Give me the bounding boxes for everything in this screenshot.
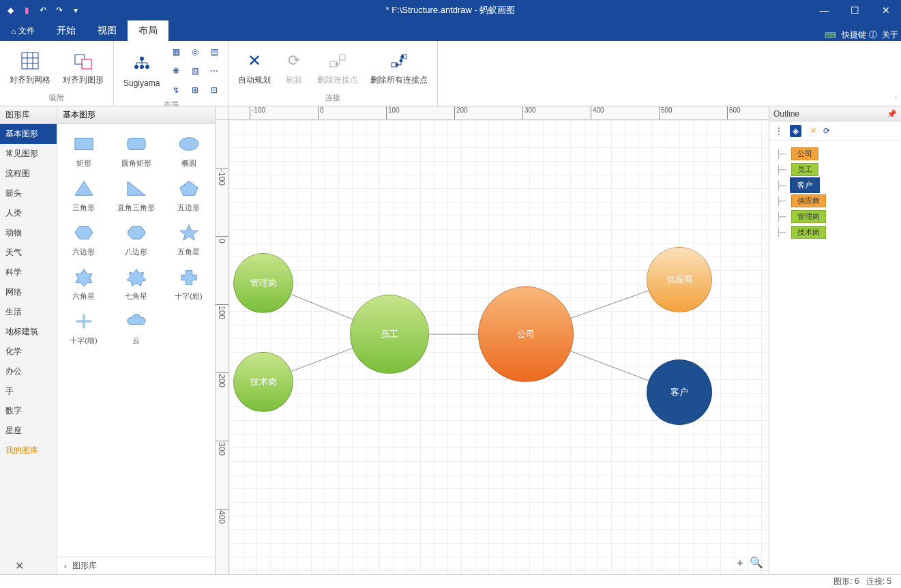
quick-access-toolbar: ◆ ▮ ↶ ↷ ▾ — [0, 4, 82, 16]
outline-item[interactable]: ├─公司 — [776, 147, 901, 160]
category-item[interactable]: 动物 — [0, 223, 57, 243]
category-item[interactable]: 手 — [0, 381, 57, 401]
category-item[interactable]: 科学 — [0, 263, 57, 282]
refresh-outline-icon[interactable]: ⟳ — [823, 126, 830, 136]
share-icon[interactable]: ⪤ — [808, 126, 816, 136]
delete-conn-pt-button[interactable]: 删除连接点 — [313, 47, 362, 89]
category-item[interactable]: 星座 — [0, 421, 57, 441]
category-item[interactable]: 天气 — [0, 243, 57, 263]
minimize-button[interactable]: — — [809, 0, 840, 20]
category-column: 图形库 基本图形常见图形流程图箭头人类动物天气科学网络生活地标建筑化学办公手数字… — [0, 106, 57, 574]
shape-item[interactable]: 十字(粗) — [162, 261, 215, 306]
outline-item[interactable]: ├─供应商 — [776, 194, 901, 207]
svg-rect-8 — [340, 55, 345, 60]
layout-opt-9[interactable]: ⊡ — [206, 82, 222, 98]
delete-all-conn-pt-button[interactable]: 删除所有连接点 — [366, 47, 432, 89]
auto-plan-button[interactable]: ✕ 自动规划 — [234, 47, 275, 89]
canvas[interactable]: 管理岗技术岗员工公司供应商客户 — [229, 120, 769, 574]
canvas-area: -10001002003004005006007008009001000 -10… — [216, 106, 769, 574]
zoom-icon[interactable]: 🔍 — [750, 556, 763, 570]
layout-opt-3[interactable]: ▤ — [206, 44, 222, 60]
tab-start[interactable]: 开始 — [46, 20, 87, 41]
back-icon[interactable]: ‹ — [64, 561, 67, 571]
shape-item[interactable]: 六角星 — [57, 261, 110, 306]
node-tech[interactable]: 技术岗 — [233, 352, 293, 412]
refresh-button[interactable]: ⟳ 刷新 — [279, 47, 309, 89]
category-item[interactable]: 基本图形 — [0, 124, 57, 144]
undo-icon[interactable]: ↶ — [37, 4, 49, 16]
category-item[interactable]: 人类 — [0, 203, 57, 223]
save-icon[interactable]: ▮ — [20, 4, 33, 16]
pin-icon[interactable]: 📌 — [887, 109, 897, 119]
collapse-ribbon-icon[interactable]: ˆ — [895, 97, 897, 104]
layout-opt-8[interactable]: ⊞ — [187, 82, 203, 98]
tab-file[interactable]: ⌂文件 — [0, 21, 46, 41]
node-sup[interactable]: 供应商 — [647, 247, 712, 312]
close-button[interactable]: ✕ — [870, 0, 901, 20]
category-item[interactable]: 化学 — [0, 342, 57, 362]
redo-icon[interactable]: ↷ — [53, 4, 65, 16]
shape-item[interactable]: 矩形 — [57, 128, 110, 173]
shape-item[interactable]: 椭圆 — [162, 128, 215, 173]
shape-item[interactable]: 三角形 — [57, 173, 110, 217]
layout-opt-7[interactable]: ↯ — [168, 82, 184, 98]
edge[interactable] — [570, 351, 649, 381]
tab-view[interactable]: 视图 — [87, 20, 128, 41]
outline-tag[interactable]: 管理岗 — [791, 210, 826, 223]
view-auto-icon[interactable]: ◈ — [790, 125, 801, 137]
outline-item[interactable]: ├─管理岗 — [776, 210, 901, 223]
outline-tag[interactable]: 技术岗 — [791, 226, 826, 239]
edge[interactable] — [291, 295, 353, 320]
shape-item[interactable]: 八边形 — [110, 217, 162, 261]
outline-item[interactable]: ├─技术岗 — [776, 226, 901, 239]
category-item[interactable]: 我的图库 — [0, 441, 57, 460]
edge[interactable] — [571, 291, 649, 318]
shape-item[interactable]: 五边形 — [162, 173, 215, 217]
snap-to-grid-button[interactable]: 对齐到网格 — [5, 47, 55, 89]
shape-item[interactable]: 六边形 — [57, 217, 110, 261]
close-panel-icon[interactable]: ✕ — [15, 559, 24, 572]
app-icon[interactable]: ◆ — [4, 4, 16, 16]
svg-marker-24 — [75, 269, 91, 286]
outline-tag[interactable]: 供应商 — [791, 194, 826, 207]
category-item[interactable]: 生活 — [0, 302, 57, 322]
sugiyama-button[interactable]: Sugiyama — [119, 51, 164, 91]
layout-opt-6[interactable]: ⋯ — [206, 63, 222, 79]
node-co[interactable]: 公司 — [478, 286, 574, 382]
about-button[interactable]: ⓘ 关于 — [869, 29, 898, 41]
node-emp[interactable]: 员工 — [350, 295, 429, 374]
category-item[interactable]: 箭头 — [0, 183, 57, 203]
qat-dropdown-icon[interactable]: ▾ — [70, 4, 82, 16]
layout-opt-4[interactable]: ❋ — [168, 63, 184, 79]
shape-item[interactable]: 云 — [110, 306, 162, 350]
shape-item[interactable]: 直角三角形 — [110, 173, 162, 217]
maximize-button[interactable]: ☐ — [840, 0, 870, 20]
outline-item[interactable]: ├─员工 — [776, 163, 901, 176]
outline-item[interactable]: ├─客户 — [776, 179, 901, 192]
edge[interactable] — [291, 349, 353, 372]
layout-opt-5[interactable]: ▥ — [187, 63, 203, 79]
shape-item[interactable]: 五角星 — [162, 217, 215, 261]
category-item[interactable]: 数字 — [0, 401, 57, 421]
add-page-icon[interactable]: ＋ — [735, 556, 745, 570]
tab-layout[interactable]: 布局 — [128, 20, 168, 41]
category-item[interactable]: 网络 — [0, 282, 57, 302]
category-item[interactable]: 办公 — [0, 362, 57, 381]
outline-tag[interactable]: 员工 — [791, 163, 818, 176]
snap-to-shape-button[interactable]: 对齐到图形 — [59, 47, 108, 89]
layout-opt-1[interactable]: ▦ — [168, 44, 184, 60]
category-item[interactable]: 地标建筑 — [0, 322, 57, 342]
shape-item[interactable]: 七角星 — [110, 261, 162, 306]
shape-preview-icon — [174, 221, 204, 244]
shape-item[interactable]: 圆角矩形 — [110, 128, 162, 173]
outline-tag[interactable]: 客户 — [791, 179, 818, 192]
more-icon[interactable]: ⋮ — [775, 126, 783, 136]
category-item[interactable]: 流程图 — [0, 164, 57, 183]
node-mgr[interactable]: 管理岗 — [233, 253, 293, 313]
category-item[interactable]: 常见图形 — [0, 144, 57, 164]
node-cust[interactable]: 客户 — [647, 359, 712, 425]
layout-opt-2[interactable]: ◎ — [187, 44, 203, 60]
outline-tag[interactable]: 公司 — [791, 147, 818, 160]
shape-item[interactable]: 十字(细) — [57, 306, 110, 350]
shortcuts-button[interactable]: ⌨ 快捷键 — [825, 29, 866, 41]
